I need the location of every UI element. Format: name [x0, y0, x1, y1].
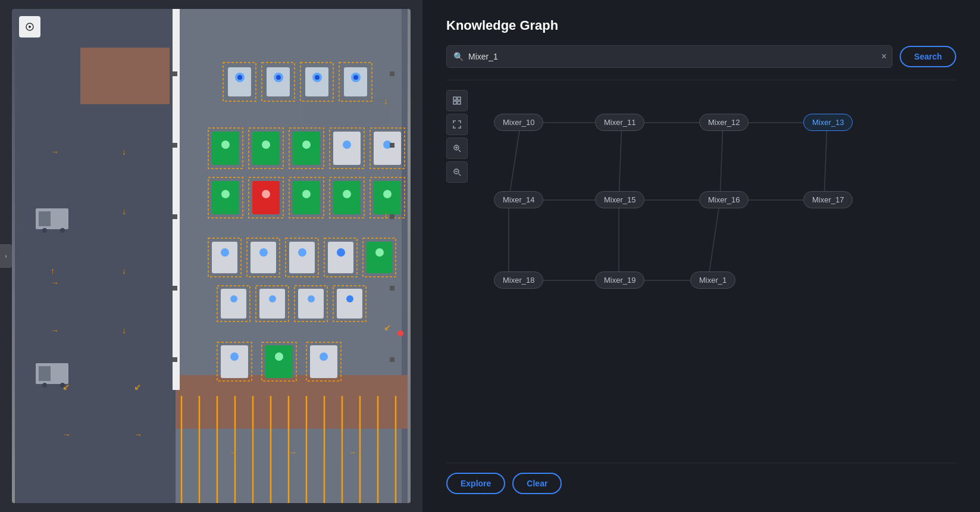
svg-text:↑: ↑: [51, 266, 55, 276]
search-input[interactable]: [446, 45, 893, 68]
svg-rect-78: [337, 289, 362, 319]
svg-line-158: [720, 123, 723, 200]
node-mixer-11[interactable]: Mixer_11: [595, 114, 644, 131]
svg-rect-133: [173, 357, 177, 362]
svg-rect-84: [265, 345, 293, 378]
node-mixer-10[interactable]: Mixer_10: [494, 114, 543, 131]
svg-rect-143: [458, 97, 461, 100]
svg-text:↓: ↓: [122, 207, 126, 216]
svg-rect-134: [390, 71, 394, 76]
svg-line-151: [459, 174, 461, 176]
expand-view-button[interactable]: [446, 114, 468, 135]
svg-point-25: [221, 141, 230, 149]
svg-line-156: [509, 123, 521, 200]
svg-rect-144: [453, 101, 456, 104]
svg-rect-135: [390, 143, 394, 148]
svg-point-70: [230, 295, 237, 302]
svg-point-110: [42, 228, 47, 233]
svg-point-88: [320, 352, 328, 361]
svg-rect-145: [458, 101, 461, 104]
search-clear-button[interactable]: ×: [881, 52, 887, 61]
svg-text:↙: ↙: [384, 323, 391, 332]
zoom-out-button[interactable]: [446, 161, 468, 183]
svg-point-114: [42, 383, 47, 388]
node-mixer-16[interactable]: Mixer_16: [699, 191, 749, 208]
svg-point-79: [346, 295, 353, 302]
svg-text:→: →: [289, 448, 297, 457]
node-mixer-17[interactable]: Mixer_17: [803, 191, 853, 208]
graph-area: Mixer_10 Mixer_11 Mixer_12 Mixer_13 Mixe…: [446, 90, 956, 453]
svg-point-46: [302, 190, 311, 198]
viewport-panel: → ↓ → ↓ ↑ → ↓ → ↓ ↙ ↙ → → ↓ ↓ ↙: [0, 0, 422, 512]
bottom-bar: Explore Clear: [446, 453, 956, 494]
factory-svg: → ↓ → ↓ ↑ → ↓ → ↓ ↙ ↙ → → ↓ ↓ ↙: [12, 9, 411, 503]
search-row: 🔍 × Search: [446, 45, 956, 68]
viewport-container: → ↓ → ↓ ↑ → ↓ → ↓ ↙ ↙ → → ↓ ↓ ↙: [12, 9, 411, 503]
clear-button[interactable]: Clear: [512, 473, 562, 494]
knowledge-graph-panel: Knowledge Graph 🔍 × Search: [422, 0, 980, 512]
svg-rect-57: [251, 242, 276, 273]
action-buttons: Explore Clear: [446, 473, 956, 494]
svg-point-55: [221, 248, 229, 257]
bottom-divider: [446, 463, 956, 463]
search-input-wrapper: 🔍 ×: [446, 45, 893, 68]
svg-point-82: [230, 352, 239, 361]
svg-point-85: [275, 352, 283, 361]
node-mixer-14[interactable]: Mixer_14: [494, 191, 543, 208]
svg-text:↙: ↙: [134, 382, 141, 392]
zoom-in-button[interactable]: [446, 138, 468, 159]
svg-line-159: [824, 123, 827, 200]
search-icon: 🔍: [453, 52, 464, 61]
svg-text:↓: ↓: [122, 147, 126, 157]
explore-button[interactable]: Explore: [446, 473, 505, 494]
svg-rect-132: [173, 286, 177, 291]
svg-text:↓: ↓: [122, 266, 126, 276]
svg-rect-130: [173, 143, 177, 148]
svg-point-49: [343, 190, 351, 198]
svg-rect-109: [39, 211, 51, 226]
svg-text:→: →: [51, 326, 59, 335]
node-mixer-18[interactable]: Mixer_18: [494, 271, 543, 289]
nodes-container: Mixer_10 Mixer_11 Mixer_12 Mixer_13 Mixe…: [476, 90, 956, 453]
svg-point-34: [343, 141, 351, 149]
svg-rect-69: [221, 289, 246, 319]
search-button[interactable]: Search: [900, 46, 956, 67]
svg-point-58: [259, 248, 268, 257]
svg-rect-113: [39, 366, 51, 381]
reset-view-button[interactable]: [19, 16, 40, 38]
svg-rect-60: [289, 242, 315, 273]
svg-point-22: [353, 75, 358, 80]
node-mixer-12[interactable]: Mixer_12: [699, 114, 749, 131]
node-mixer-1[interactable]: Mixer_1: [690, 271, 735, 289]
svg-text:↓: ↓: [122, 326, 126, 335]
graph-controls: [446, 90, 468, 183]
factory-3d-view: → ↓ → ↓ ↑ → ↓ → ↓ ↙ ↙ → → ↓ ↓ ↙: [12, 9, 411, 503]
svg-rect-3: [80, 48, 170, 104]
svg-rect-131: [173, 214, 177, 219]
svg-point-67: [375, 248, 384, 257]
collapse-panel-button[interactable]: ›: [0, 244, 12, 268]
svg-text:↓: ↓: [384, 210, 388, 219]
svg-line-165: [708, 200, 720, 280]
svg-rect-136: [390, 214, 394, 219]
node-mixer-15[interactable]: Mixer_15: [595, 191, 644, 208]
node-mixer-13[interactable]: Mixer_13: [803, 114, 853, 131]
svg-point-10: [237, 75, 242, 80]
svg-rect-66: [367, 242, 392, 273]
svg-text:↓: ↓: [384, 96, 388, 106]
svg-rect-87: [310, 345, 337, 378]
svg-point-52: [383, 190, 392, 198]
svg-point-141: [29, 26, 31, 28]
svg-text:→: →: [134, 430, 142, 439]
svg-rect-72: [259, 289, 285, 319]
svg-point-73: [269, 295, 276, 302]
svg-rect-137: [390, 286, 394, 291]
svg-line-147: [459, 150, 461, 152]
svg-rect-6: [173, 9, 180, 390]
svg-text:→: →: [51, 147, 59, 157]
svg-point-76: [308, 295, 315, 302]
svg-text:→: →: [51, 278, 59, 288]
svg-point-115: [60, 383, 65, 388]
fit-view-button[interactable]: [446, 90, 468, 111]
node-mixer-19[interactable]: Mixer_19: [595, 271, 644, 289]
